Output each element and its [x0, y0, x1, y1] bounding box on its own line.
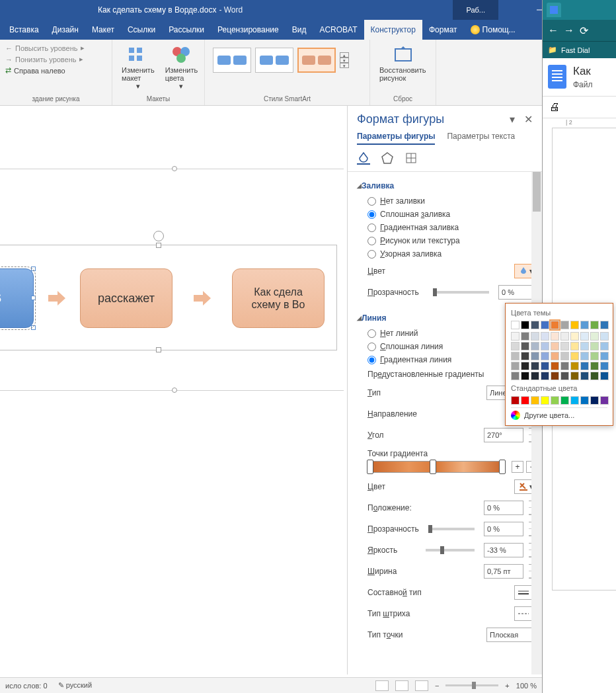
color-swatch[interactable] [551, 372, 559, 380]
color-swatch[interactable] [541, 396, 549, 405]
color-swatch[interactable] [541, 332, 549, 341]
color-swatch[interactable] [531, 372, 539, 380]
color-swatch[interactable] [541, 321, 549, 329]
tab-format[interactable]: Формат [422, 20, 464, 40]
fill-gradient-radio[interactable]: Градиентная заливка [357, 221, 538, 234]
smartart-shape-1[interactable]: PICS [0, 268, 34, 328]
fill-solid-radio[interactable]: Сплошная заливка [357, 208, 538, 221]
stop-position-value[interactable]: 0 % [484, 501, 523, 515]
color-swatch[interactable] [590, 332, 599, 341]
fill-section-header[interactable]: Заливка [357, 177, 538, 194]
zoom-slider[interactable] [445, 684, 498, 686]
color-swatch[interactable] [560, 332, 569, 341]
browser-tab[interactable] [547, 3, 561, 17]
color-swatch[interactable] [541, 352, 549, 360]
bookmark-item[interactable]: Fast Dial [561, 46, 590, 54]
gdoc-title[interactable]: Как [573, 65, 593, 78]
color-swatch[interactable] [511, 396, 520, 405]
tab-references[interactable]: Ссылки [121, 20, 162, 40]
tab-view[interactable]: Вид [286, 20, 313, 40]
forward-button[interactable]: → [564, 24, 574, 36]
color-swatch[interactable] [570, 352, 579, 360]
google-docs-icon[interactable] [548, 65, 566, 89]
color-swatch[interactable] [511, 362, 520, 370]
color-swatch[interactable] [580, 362, 589, 370]
size-props-icon[interactable] [404, 151, 418, 165]
fill-line-icon[interactable] [357, 151, 370, 165]
rtl-button[interactable]: ⇄ Справа налево [5, 65, 106, 76]
account-avatar[interactable] [498, 0, 525, 20]
smartart-shape-2[interactable]: расскажет [80, 268, 173, 328]
gradient-stops-track[interactable] [367, 461, 505, 473]
pane-options[interactable]: ▾ [510, 113, 515, 126]
zoom-in[interactable]: + [505, 682, 509, 690]
color-swatch[interactable] [560, 362, 569, 370]
add-stop-button[interactable]: + [512, 461, 523, 473]
tab-mailings[interactable]: Рассылки [162, 20, 211, 40]
smartart-style-1[interactable] [213, 48, 251, 73]
color-swatch[interactable] [590, 321, 599, 329]
web-layout-button[interactable] [415, 680, 428, 691]
color-swatch[interactable] [521, 321, 529, 329]
tab-layout[interactable]: Макет [85, 20, 121, 40]
smartart-style-2[interactable] [255, 48, 293, 73]
smartart-style-3[interactable] [297, 48, 336, 73]
effects-icon[interactable] [381, 151, 394, 165]
fill-picture-radio[interactable]: Рисунок или текстура [357, 234, 538, 247]
color-swatch[interactable] [600, 396, 609, 405]
color-swatch[interactable] [551, 321, 559, 329]
color-swatch[interactable] [551, 352, 559, 360]
fill-pattern-radio[interactable]: Узорная заливка [357, 247, 538, 261]
color-swatch[interactable] [521, 352, 529, 360]
color-swatch[interactable] [580, 396, 589, 405]
color-swatch[interactable] [560, 342, 569, 350]
color-swatch[interactable] [521, 372, 529, 380]
color-swatch[interactable] [551, 362, 559, 370]
color-swatch[interactable] [560, 352, 569, 360]
zoom-out[interactable]: − [435, 682, 439, 690]
stop-bright-value[interactable]: -33 % [484, 543, 523, 557]
color-swatch[interactable] [521, 342, 529, 350]
fill-none-radio[interactable]: Нет заливки [357, 194, 538, 208]
color-swatch[interactable] [570, 342, 579, 350]
zoom-level[interactable]: 100 % [516, 682, 537, 690]
color-swatch[interactable] [560, 396, 569, 405]
color-swatch[interactable] [560, 372, 569, 380]
color-swatch[interactable] [531, 396, 539, 405]
gdoc-file-menu[interactable]: Файл [573, 80, 593, 89]
line-width-value[interactable]: 0,75 пт [484, 564, 523, 579]
shape-options-tab[interactable]: Параметры фигуры [357, 132, 435, 145]
demote-button[interactable]: → Понизить уровень ▸ [5, 54, 106, 65]
color-swatch[interactable] [560, 321, 569, 329]
color-swatch[interactable] [570, 396, 579, 405]
styles-more[interactable]: ▴▾▾ [340, 52, 349, 68]
color-swatch[interactable] [511, 332, 520, 341]
color-swatch[interactable] [521, 362, 529, 370]
tab-insert[interactable]: Вставка [3, 20, 46, 40]
color-swatch[interactable] [570, 362, 579, 370]
more-colors-button[interactable]: Другие цвета... [511, 407, 607, 423]
color-swatch[interactable] [531, 321, 539, 329]
color-swatch[interactable] [580, 332, 589, 341]
color-swatch[interactable] [511, 321, 520, 329]
color-swatch[interactable] [580, 352, 589, 360]
tell-me[interactable]: Помощ... [471, 20, 516, 40]
tab-smartart-design[interactable]: Конструктор [364, 20, 422, 40]
color-swatch[interactable] [580, 321, 589, 329]
read-mode-button[interactable] [375, 680, 389, 691]
color-swatch[interactable] [600, 362, 609, 370]
color-swatch[interactable] [590, 362, 599, 370]
color-swatch[interactable] [511, 342, 520, 350]
print-layout-button[interactable] [395, 680, 408, 691]
color-swatch[interactable] [531, 362, 539, 370]
reset-graphic-button[interactable]: Восстановить рисунок [375, 42, 430, 83]
color-swatch[interactable] [541, 362, 549, 370]
print-icon[interactable]: 🖨 [549, 101, 560, 113]
change-layout-button[interactable]: Изменить макет▾ [118, 42, 159, 92]
color-swatch[interactable] [580, 342, 589, 350]
smartart-shape-3[interactable]: Как сдела схему в Во [232, 268, 325, 328]
color-swatch[interactable] [590, 396, 599, 405]
color-swatch[interactable] [590, 342, 599, 350]
color-swatch[interactable] [531, 352, 539, 360]
tab-acrobat[interactable]: ACROBAT [313, 20, 364, 40]
